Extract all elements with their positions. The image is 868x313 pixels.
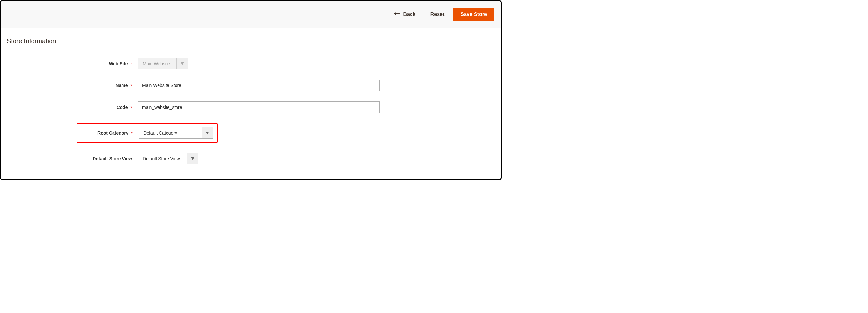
name-input[interactable] bbox=[138, 80, 380, 91]
chevron-down-icon bbox=[187, 153, 198, 164]
root-category-label-wrap: Root Category * bbox=[78, 130, 133, 136]
save-store-button-label: Save Store bbox=[460, 11, 487, 17]
website-select-value: Main Website bbox=[138, 58, 177, 69]
default-store-view-row: Default Store View Default Store View bbox=[81, 153, 495, 164]
default-store-view-label-wrap: Default Store View bbox=[81, 156, 132, 161]
required-asterisk: * bbox=[130, 61, 132, 66]
required-asterisk: * bbox=[130, 105, 132, 110]
code-row: Code * bbox=[81, 101, 495, 113]
root-category-select[interactable]: Default Category bbox=[138, 127, 213, 139]
root-category-highlight: Root Category * Default Category bbox=[77, 123, 218, 143]
save-store-button[interactable]: Save Store bbox=[453, 8, 494, 21]
reset-button-label: Reset bbox=[431, 11, 444, 17]
default-store-view-label: Default Store View bbox=[93, 156, 132, 161]
content-area: Store Information Web Site * Main Websit… bbox=[1, 28, 500, 171]
admin-store-edit-page: Back Reset Save Store Store Information … bbox=[0, 0, 501, 180]
name-label: Name bbox=[116, 83, 128, 88]
website-select: Main Website bbox=[138, 58, 188, 69]
default-store-view-select[interactable]: Default Store View bbox=[138, 153, 198, 164]
back-button-label: Back bbox=[403, 11, 415, 18]
reset-button[interactable]: Reset bbox=[425, 8, 451, 21]
website-label: Web Site bbox=[109, 61, 128, 66]
website-label-wrap: Web Site * bbox=[81, 61, 132, 66]
back-button[interactable]: Back bbox=[389, 8, 421, 21]
arrow-left-icon bbox=[394, 11, 400, 18]
code-input[interactable] bbox=[138, 101, 380, 113]
root-category-label: Root Category bbox=[97, 130, 128, 136]
root-category-select-value: Default Category bbox=[139, 128, 202, 138]
chevron-down-icon bbox=[177, 58, 188, 69]
website-row: Web Site * Main Website bbox=[81, 58, 495, 69]
required-asterisk: * bbox=[131, 131, 133, 136]
code-label: Code bbox=[117, 105, 128, 110]
required-asterisk: * bbox=[130, 83, 132, 88]
store-information-form: Web Site * Main Website Name * bbox=[7, 58, 495, 164]
name-label-wrap: Name * bbox=[81, 83, 132, 88]
page-actions-toolbar: Back Reset Save Store bbox=[1, 1, 500, 28]
name-row: Name * bbox=[81, 80, 495, 91]
section-title: Store Information bbox=[7, 38, 495, 45]
default-store-view-select-value: Default Store View bbox=[138, 153, 187, 164]
chevron-down-icon bbox=[202, 128, 213, 138]
code-label-wrap: Code * bbox=[81, 105, 132, 110]
